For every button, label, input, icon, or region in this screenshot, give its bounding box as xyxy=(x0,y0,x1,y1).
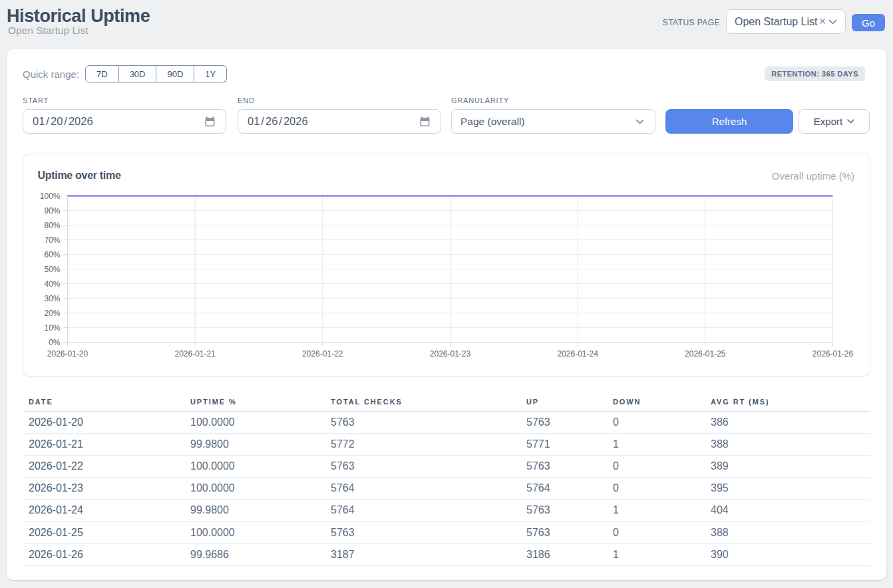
svg-text:2026-01-23: 2026-01-23 xyxy=(430,349,471,359)
svg-text:20%: 20% xyxy=(44,309,60,318)
svg-text:2026-01-22: 2026-01-22 xyxy=(302,349,343,359)
svg-text:70%: 70% xyxy=(44,235,60,245)
svg-text:0%: 0% xyxy=(49,338,61,347)
svg-text:2026-01-25: 2026-01-25 xyxy=(685,349,726,359)
svg-text:2026-01-26: 2026-01-26 xyxy=(812,349,854,359)
svg-text:80%: 80% xyxy=(44,221,60,230)
svg-text:2026-01-20: 2026-01-20 xyxy=(47,349,89,359)
svg-text:100%: 100% xyxy=(40,192,61,201)
svg-text:30%: 30% xyxy=(44,294,60,303)
svg-text:40%: 40% xyxy=(44,279,60,289)
svg-text:90%: 90% xyxy=(44,206,60,216)
svg-text:60%: 60% xyxy=(44,250,60,259)
svg-text:2026-01-24: 2026-01-24 xyxy=(558,349,599,359)
svg-text:10%: 10% xyxy=(44,323,60,333)
svg-text:2026-01-21: 2026-01-21 xyxy=(175,349,216,359)
svg-text:50%: 50% xyxy=(44,265,60,274)
